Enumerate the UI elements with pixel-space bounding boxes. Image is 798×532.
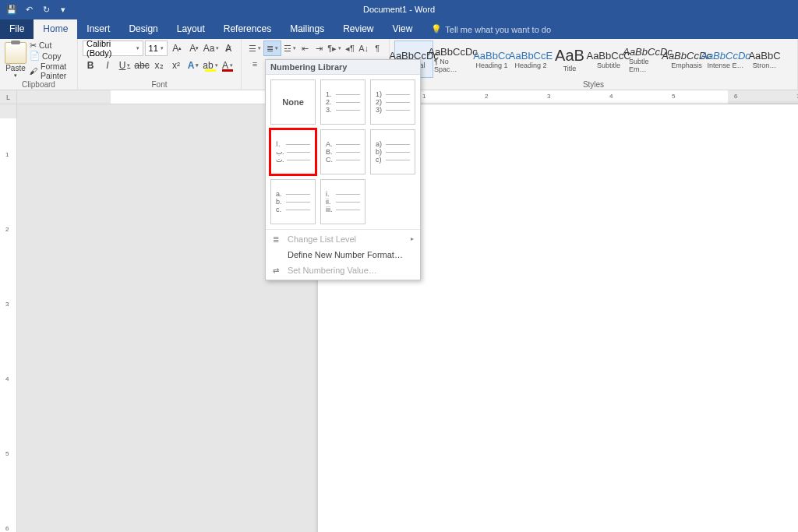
rtl-icon: ◂¶ xyxy=(345,44,355,54)
number-prefix: 2. xyxy=(326,98,334,106)
italic-button[interactable]: I xyxy=(100,58,115,73)
style-name: Emphasis xyxy=(671,62,702,69)
line-placeholder xyxy=(286,194,310,195)
font-size-select[interactable]: 11▾ xyxy=(145,41,168,56)
save-button[interactable]: 💾 xyxy=(5,2,19,16)
font-name-select[interactable]: Calibri (Body)▾ xyxy=(83,41,143,56)
style-title[interactable]: AaBTitle xyxy=(550,41,589,78)
ruler-tick: 4 xyxy=(5,375,9,382)
cut-button[interactable]: ✂Cut xyxy=(30,41,72,50)
line-placeholder xyxy=(286,210,310,210)
number-prefix: c. xyxy=(276,206,284,213)
numbering-decimal-dot[interactable]: 1.2.3. xyxy=(320,79,365,125)
tab-references[interactable]: References xyxy=(214,19,281,39)
tell-me-placeholder: Tell me what you want to do xyxy=(445,25,551,34)
ltr-direction-button[interactable]: ¶▸ xyxy=(326,41,343,56)
font-label: Font xyxy=(83,80,236,90)
number-prefix: A. xyxy=(326,140,334,148)
tab-home[interactable]: Home xyxy=(34,19,77,39)
line-placeholder xyxy=(386,110,410,111)
decrease-font-button[interactable]: A▾ xyxy=(186,41,202,56)
set-value-icon: ⇄ xyxy=(270,265,281,276)
style-preview: AaBbC xyxy=(748,50,780,62)
bullets-button[interactable]: ☰ xyxy=(246,41,263,56)
numbering-arabic-alpha[interactable]: ا.ب.ت. xyxy=(270,129,316,174)
pilcrow-icon: ¶ xyxy=(375,44,380,53)
numbering-dropdown: Numbering Library None1.2.3.1)2)3)ا.ب.ت.… xyxy=(265,59,421,280)
font-color-button[interactable]: A▾ xyxy=(220,58,235,73)
numbering-decimal-paren[interactable]: 1)2)3) xyxy=(370,79,415,125)
ruler-tick: 1 xyxy=(5,151,9,158)
number-prefix: c) xyxy=(376,156,383,164)
document-title: Document1 - Word xyxy=(363,5,435,14)
tab-mailings[interactable]: Mailings xyxy=(281,19,334,39)
style-heading-[interactable]: AaBbCcEHeading 2 xyxy=(511,41,550,78)
numbering-upper-alpha[interactable]: A.B.C. xyxy=(320,129,365,174)
qat-customize-button[interactable]: ▾ xyxy=(56,2,70,16)
line-placeholder xyxy=(336,94,360,95)
clear-formatting-button[interactable]: A̷ xyxy=(221,41,236,56)
superscript-button[interactable]: x² xyxy=(168,58,184,73)
line-placeholder xyxy=(336,160,360,160)
ruler-tick: 2 xyxy=(485,93,488,100)
tab-selector[interactable]: L xyxy=(0,90,17,104)
tab-insert[interactable]: Insert xyxy=(77,19,119,39)
decrease-indent-button[interactable]: ⇤ xyxy=(298,41,312,56)
number-prefix: 3. xyxy=(326,106,334,114)
sort-button[interactable]: A↓ xyxy=(357,41,371,56)
strikethrough-button[interactable]: abc xyxy=(134,58,150,73)
style--no-spac-[interactable]: AaBbCcDc¶ No Spac… xyxy=(433,41,472,78)
numbering-lower-roman[interactable]: i.ii.iii. xyxy=(320,179,365,224)
title-bar: 💾 ↶ ↻ ▾ Document1 - Word xyxy=(0,0,798,19)
highlight-button[interactable]: ab▾ xyxy=(203,58,218,73)
tab-review[interactable]: Review xyxy=(334,19,383,39)
align-left-button[interactable]: ≡ xyxy=(246,56,263,72)
change-case-button[interactable]: Aa▾ xyxy=(203,41,219,56)
format-painter-button[interactable]: 🖌Format Painter xyxy=(30,62,72,80)
line-placeholder xyxy=(386,144,410,145)
numbering-lower-alpha-dot[interactable]: a.b.c. xyxy=(270,179,316,224)
ruler-tick: 6 xyxy=(734,93,737,100)
style-name: Heading 2 xyxy=(514,62,546,69)
numbering-icon: ≣ xyxy=(267,44,274,54)
style-stron-[interactable]: AaBbCStron… xyxy=(745,41,784,78)
copy-button[interactable]: 📄Copy xyxy=(30,51,72,61)
tab-view[interactable]: View xyxy=(383,19,422,39)
increase-font-button[interactable]: A▴ xyxy=(169,41,185,56)
style-preview: AaBbCcE xyxy=(509,50,553,62)
set-numbering-value-item: ⇄ Set Numbering Value… xyxy=(266,262,420,278)
number-prefix: C. xyxy=(326,156,334,164)
show-marks-button[interactable]: ¶ xyxy=(370,41,384,56)
numbering-button[interactable]: ≣ xyxy=(263,41,281,56)
style-intense-e-[interactable]: AaBbCcDcIntense E… xyxy=(706,41,745,78)
text-effects-button[interactable]: A▾ xyxy=(185,58,201,73)
line-placeholder xyxy=(386,94,410,95)
increase-indent-button[interactable]: ⇥ xyxy=(312,41,326,56)
ruler-tick: 5 xyxy=(672,93,675,100)
line-placeholder xyxy=(386,102,410,103)
rtl-direction-button[interactable]: ◂¶ xyxy=(343,41,357,56)
ruler-tick: 2 xyxy=(5,226,9,233)
bold-button[interactable]: B xyxy=(83,58,98,73)
multilevel-list-button[interactable]: ☲ xyxy=(281,41,298,56)
subscript-button[interactable]: x₂ xyxy=(151,58,167,73)
tab-design[interactable]: Design xyxy=(119,19,167,39)
tell-me-search[interactable]: 💡 Tell me what you want to do xyxy=(422,20,560,39)
tab-file[interactable]: File xyxy=(0,19,34,39)
ruler-tick: 4 xyxy=(609,93,613,100)
numbering-none[interactable]: None xyxy=(270,79,316,125)
brush-icon: 🖌 xyxy=(30,66,38,76)
line-placeholder xyxy=(286,202,310,203)
tab-layout[interactable]: Layout xyxy=(168,19,214,39)
undo-button[interactable]: ↶ xyxy=(22,2,36,16)
number-prefix: b) xyxy=(376,148,383,156)
paste-button[interactable]: Paste ▾ xyxy=(5,41,26,80)
underline-button[interactable]: U▾ xyxy=(117,58,132,73)
vertical-ruler[interactable]: 123456 xyxy=(0,104,17,532)
define-number-format-item[interactable]: Define New Number Format… xyxy=(266,247,420,262)
style-preview: AaB xyxy=(555,47,584,65)
line-placeholder xyxy=(287,160,310,160)
numbering-lower-alpha-paren[interactable]: a)b)c) xyxy=(370,129,415,174)
style-heading-[interactable]: AaBbCcHeading 1 xyxy=(472,41,511,78)
redo-button[interactable]: ↻ xyxy=(39,2,53,16)
